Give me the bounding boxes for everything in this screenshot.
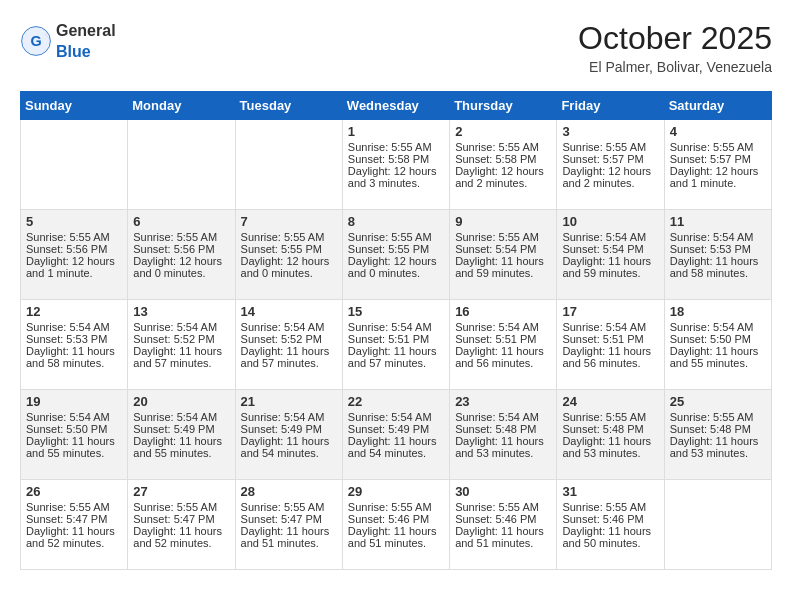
day-info: Sunset: 5:49 PM	[348, 423, 444, 435]
calendar-week-row: 5Sunrise: 5:55 AMSunset: 5:56 PMDaylight…	[21, 210, 772, 300]
weekday-header-monday: Monday	[128, 92, 235, 120]
calendar-cell: 21Sunrise: 5:54 AMSunset: 5:49 PMDayligh…	[235, 390, 342, 480]
day-info: Sunset: 5:54 PM	[455, 243, 551, 255]
logo-blue-text: Blue	[56, 43, 91, 60]
day-info: Sunset: 5:51 PM	[455, 333, 551, 345]
weekday-header-tuesday: Tuesday	[235, 92, 342, 120]
day-info: Sunset: 5:51 PM	[348, 333, 444, 345]
calendar-cell: 18Sunrise: 5:54 AMSunset: 5:50 PMDayligh…	[664, 300, 771, 390]
day-info: Sunset: 5:46 PM	[562, 513, 658, 525]
day-info: Daylight: 11 hours and 53 minutes.	[455, 435, 551, 459]
calendar-cell: 9Sunrise: 5:55 AMSunset: 5:54 PMDaylight…	[450, 210, 557, 300]
day-info: Daylight: 12 hours and 3 minutes.	[348, 165, 444, 189]
calendar-cell: 7Sunrise: 5:55 AMSunset: 5:55 PMDaylight…	[235, 210, 342, 300]
location: El Palmer, Bolivar, Venezuela	[578, 59, 772, 75]
day-info: Sunset: 5:46 PM	[348, 513, 444, 525]
day-info: Sunrise: 5:55 AM	[670, 141, 766, 153]
day-info: Daylight: 11 hours and 56 minutes.	[562, 345, 658, 369]
day-number: 20	[133, 394, 229, 409]
day-info: Daylight: 12 hours and 0 minutes.	[133, 255, 229, 279]
day-number: 25	[670, 394, 766, 409]
logo-general-text: General	[56, 22, 116, 39]
calendar-cell	[664, 480, 771, 570]
day-info: Daylight: 11 hours and 59 minutes.	[562, 255, 658, 279]
calendar-cell: 25Sunrise: 5:55 AMSunset: 5:48 PMDayligh…	[664, 390, 771, 480]
day-info: Sunrise: 5:54 AM	[241, 411, 337, 423]
day-info: Sunset: 5:51 PM	[562, 333, 658, 345]
day-info: Sunset: 5:56 PM	[133, 243, 229, 255]
day-info: Sunrise: 5:54 AM	[26, 321, 122, 333]
calendar-cell: 12Sunrise: 5:54 AMSunset: 5:53 PMDayligh…	[21, 300, 128, 390]
day-info: Sunrise: 5:55 AM	[455, 501, 551, 513]
calendar-cell: 8Sunrise: 5:55 AMSunset: 5:55 PMDaylight…	[342, 210, 449, 300]
day-number: 28	[241, 484, 337, 499]
calendar-week-row: 1Sunrise: 5:55 AMSunset: 5:58 PMDaylight…	[21, 120, 772, 210]
day-info: Sunset: 5:50 PM	[670, 333, 766, 345]
day-number: 12	[26, 304, 122, 319]
day-info: Sunset: 5:50 PM	[26, 423, 122, 435]
day-number: 6	[133, 214, 229, 229]
day-number: 30	[455, 484, 551, 499]
day-info: Sunset: 5:57 PM	[670, 153, 766, 165]
svg-text:G: G	[30, 33, 41, 49]
calendar-cell: 1Sunrise: 5:55 AMSunset: 5:58 PMDaylight…	[342, 120, 449, 210]
day-info: Sunrise: 5:54 AM	[241, 321, 337, 333]
day-info: Daylight: 11 hours and 54 minutes.	[241, 435, 337, 459]
day-info: Sunrise: 5:55 AM	[241, 231, 337, 243]
day-number: 8	[348, 214, 444, 229]
day-info: Daylight: 11 hours and 55 minutes.	[133, 435, 229, 459]
day-info: Sunrise: 5:55 AM	[133, 231, 229, 243]
calendar-cell: 2Sunrise: 5:55 AMSunset: 5:58 PMDaylight…	[450, 120, 557, 210]
calendar-cell: 29Sunrise: 5:55 AMSunset: 5:46 PMDayligh…	[342, 480, 449, 570]
day-info: Daylight: 11 hours and 58 minutes.	[26, 345, 122, 369]
calendar-cell: 30Sunrise: 5:55 AMSunset: 5:46 PMDayligh…	[450, 480, 557, 570]
weekday-header-thursday: Thursday	[450, 92, 557, 120]
day-info: Sunrise: 5:54 AM	[348, 321, 444, 333]
day-info: Sunset: 5:56 PM	[26, 243, 122, 255]
day-info: Sunrise: 5:55 AM	[348, 141, 444, 153]
day-number: 14	[241, 304, 337, 319]
day-info: Daylight: 11 hours and 53 minutes.	[562, 435, 658, 459]
day-info: Daylight: 11 hours and 58 minutes.	[670, 255, 766, 279]
calendar-cell: 16Sunrise: 5:54 AMSunset: 5:51 PMDayligh…	[450, 300, 557, 390]
day-info: Sunset: 5:52 PM	[241, 333, 337, 345]
day-info: Daylight: 11 hours and 52 minutes.	[26, 525, 122, 549]
day-info: Daylight: 12 hours and 1 minute.	[26, 255, 122, 279]
day-info: Sunrise: 5:55 AM	[455, 231, 551, 243]
day-number: 3	[562, 124, 658, 139]
calendar-cell: 24Sunrise: 5:55 AMSunset: 5:48 PMDayligh…	[557, 390, 664, 480]
calendar-cell: 28Sunrise: 5:55 AMSunset: 5:47 PMDayligh…	[235, 480, 342, 570]
day-info: Daylight: 11 hours and 53 minutes.	[670, 435, 766, 459]
day-info: Sunrise: 5:54 AM	[670, 321, 766, 333]
calendar-cell: 15Sunrise: 5:54 AMSunset: 5:51 PMDayligh…	[342, 300, 449, 390]
day-number: 9	[455, 214, 551, 229]
day-info: Daylight: 11 hours and 51 minutes.	[348, 525, 444, 549]
day-info: Sunrise: 5:55 AM	[26, 231, 122, 243]
day-info: Daylight: 11 hours and 55 minutes.	[26, 435, 122, 459]
day-number: 11	[670, 214, 766, 229]
day-info: Daylight: 11 hours and 57 minutes.	[241, 345, 337, 369]
day-info: Sunrise: 5:55 AM	[562, 141, 658, 153]
day-number: 19	[26, 394, 122, 409]
day-info: Sunset: 5:47 PM	[241, 513, 337, 525]
day-number: 29	[348, 484, 444, 499]
day-info: Daylight: 11 hours and 57 minutes.	[133, 345, 229, 369]
calendar-cell: 3Sunrise: 5:55 AMSunset: 5:57 PMDaylight…	[557, 120, 664, 210]
calendar-week-row: 19Sunrise: 5:54 AMSunset: 5:50 PMDayligh…	[21, 390, 772, 480]
day-number: 31	[562, 484, 658, 499]
day-info: Daylight: 11 hours and 52 minutes.	[133, 525, 229, 549]
day-info: Sunset: 5:53 PM	[26, 333, 122, 345]
weekday-header-wednesday: Wednesday	[342, 92, 449, 120]
calendar-week-row: 26Sunrise: 5:55 AMSunset: 5:47 PMDayligh…	[21, 480, 772, 570]
day-info: Sunset: 5:48 PM	[455, 423, 551, 435]
calendar-cell	[21, 120, 128, 210]
day-info: Daylight: 12 hours and 2 minutes.	[562, 165, 658, 189]
title-block: October 2025 El Palmer, Bolivar, Venezue…	[578, 20, 772, 75]
day-info: Sunrise: 5:55 AM	[348, 501, 444, 513]
day-info: Sunrise: 5:54 AM	[455, 321, 551, 333]
day-info: Sunset: 5:53 PM	[670, 243, 766, 255]
day-info: Sunrise: 5:54 AM	[348, 411, 444, 423]
day-info: Sunset: 5:49 PM	[241, 423, 337, 435]
day-info: Sunset: 5:55 PM	[348, 243, 444, 255]
day-info: Daylight: 11 hours and 51 minutes.	[241, 525, 337, 549]
